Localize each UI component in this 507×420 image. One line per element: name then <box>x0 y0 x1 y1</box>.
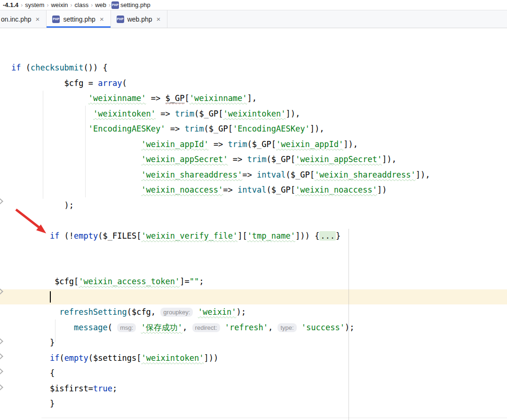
code-token <box>220 323 225 332</box>
code-line: } <box>0 396 507 412</box>
code-token: ]= <box>180 277 189 286</box>
breadcrumb-item-weixin[interactable]: weixin <box>49 1 69 8</box>
code-token: [ <box>136 353 141 363</box>
tab-on-inc-php[interactable]: on.inc.php × <box>0 10 47 28</box>
code-token: 'weixin_access_token' <box>79 277 180 286</box>
breadcrumb-item-class[interactable]: class <box>73 1 90 8</box>
code-token: if <box>50 353 59 363</box>
code-token: , <box>182 323 192 332</box>
code-line <box>0 213 507 228</box>
breadcrumb-item-system[interactable]: system <box>24 1 46 8</box>
code-token: 'weixin_noaccess' <box>141 185 223 194</box>
code-line: 'EncodingAESKey' => trim($_GP['EncodingA… <box>0 121 507 137</box>
code-token: empty <box>64 353 88 363</box>
code-token: trim <box>247 155 267 164</box>
code-token: ]), <box>310 124 325 133</box>
code-token: intval <box>238 185 266 194</box>
code-token: array <box>98 78 122 88</box>
code-token: 'weixin_noaccess' <box>295 185 377 194</box>
code-token: $_GP <box>271 185 291 194</box>
code-line: 'weixin_shareaddress'=> intval($_GP['wei… <box>0 167 507 183</box>
code-token: => <box>166 124 185 133</box>
code-line: if (!empty($_FILES['weixin_verify_file']… <box>0 228 507 244</box>
code-token: ]), <box>285 109 300 118</box>
code-token: ( <box>247 140 252 149</box>
breadcrumb-item-web[interactable]: web <box>94 1 108 8</box>
code-token: refreshSetting <box>59 307 127 317</box>
code-token: ( <box>21 63 30 72</box>
code-token: => <box>242 170 257 179</box>
code-line: } <box>0 335 507 350</box>
code-token: "" <box>190 277 199 286</box>
code-line <box>0 289 507 305</box>
editor-tab-bar: on.inc.php × PHP setting.php × PHP web.p… <box>0 10 507 28</box>
close-tab-icon[interactable]: × <box>99 16 105 23</box>
chevron-separator-icon: › <box>70 2 73 8</box>
code-token: checksubmit <box>31 63 84 72</box>
code-token: ])) { <box>295 231 319 241</box>
code-token: ( <box>204 124 208 133</box>
code-token: ]), <box>343 140 358 149</box>
code-token: ][ <box>238 231 247 241</box>
code-token: } <box>336 231 341 241</box>
code-token: } <box>50 338 55 347</box>
code-token: [ <box>185 93 190 103</box>
php-file-icon: PHP <box>111 1 119 9</box>
php-file-icon: PHP <box>117 16 124 23</box>
chevron-separator-icon: › <box>20 2 24 8</box>
code-token: { <box>50 368 55 378</box>
code-token: [ <box>291 155 295 164</box>
code-token: ( <box>88 353 93 363</box>
code-token: 'EncodingAESKey' <box>233 124 310 133</box>
tab-label: on.inc.php <box>1 16 32 23</box>
code-token: 'EncodingAESKey' <box>88 124 166 133</box>
code-token: $isfirst <box>50 384 88 393</box>
code-token: intval <box>257 170 285 179</box>
code-token: 'weixin_shareaddress' <box>315 170 416 179</box>
code-token: $cfg <box>55 277 74 286</box>
code-token: 'weixin_appId' <box>141 140 208 149</box>
code-token: ( <box>98 231 103 241</box>
folded-code-region[interactable]: ... <box>319 231 336 241</box>
tab-setting-php[interactable]: PHP setting.php × <box>47 10 111 28</box>
parameter-hint: type: <box>277 323 296 332</box>
code-token: } <box>50 399 55 408</box>
code-line: 'weixintoken' => trim($_GP['weixintoken'… <box>0 106 507 122</box>
code-token: ( <box>127 307 132 317</box>
code-token: '保存成功' <box>141 323 182 332</box>
code-token: [ <box>310 170 315 179</box>
code-token: ); <box>345 323 354 332</box>
code-token: [ <box>228 124 233 133</box>
code-token: [ <box>218 109 223 118</box>
chevron-separator-icon: › <box>108 2 111 8</box>
code-token: => <box>223 185 238 194</box>
code-token: trim <box>184 124 204 133</box>
tab-label: setting.php <box>63 16 95 23</box>
breadcrumb-item-file[interactable]: setting.php <box>119 1 152 8</box>
code-token: ; <box>112 384 117 393</box>
code-token <box>136 323 141 332</box>
code-token: $_GP <box>209 124 228 133</box>
close-tab-icon[interactable]: × <box>156 16 162 23</box>
code-token: 'weixin_appId' <box>276 140 343 149</box>
breadcrumb-item-project[interactable]: -4.1.4 <box>1 1 20 8</box>
code-token: ( <box>122 78 127 88</box>
code-token: trim <box>228 140 247 149</box>
code-token: $_GP <box>271 155 291 164</box>
code-token: = <box>84 78 98 88</box>
code-token: 'weixinname' <box>88 93 146 103</box>
parameter-hint: msg: <box>117 323 136 332</box>
code-line: $cfg = array( <box>0 76 507 91</box>
code-token: [ <box>271 140 276 149</box>
code-line: 'weixin_appSecret' => trim($_GP['weixin_… <box>0 152 507 167</box>
code-token: 'weixintoken' <box>141 353 204 363</box>
code-editor[interactable]: if (checksubmit()) { $cfg = array( 'weix… <box>0 28 507 420</box>
code-line: refreshSetting($cfg, groupkey: 'weixin')… <box>0 304 507 320</box>
code-line: message( msg: '保存成功', redirect: 'refresh… <box>0 320 507 335</box>
tab-web-php[interactable]: PHP web.php × <box>111 10 168 28</box>
code-line: 'weixin_noaccess'=> intval($_GP['weixin_… <box>0 182 507 198</box>
code-lines-container: if (checksubmit()) { $cfg = array( 'weix… <box>0 60 507 412</box>
close-tab-icon[interactable]: × <box>35 16 41 23</box>
code-token: ( <box>266 155 271 164</box>
code-token: ); <box>64 201 74 210</box>
